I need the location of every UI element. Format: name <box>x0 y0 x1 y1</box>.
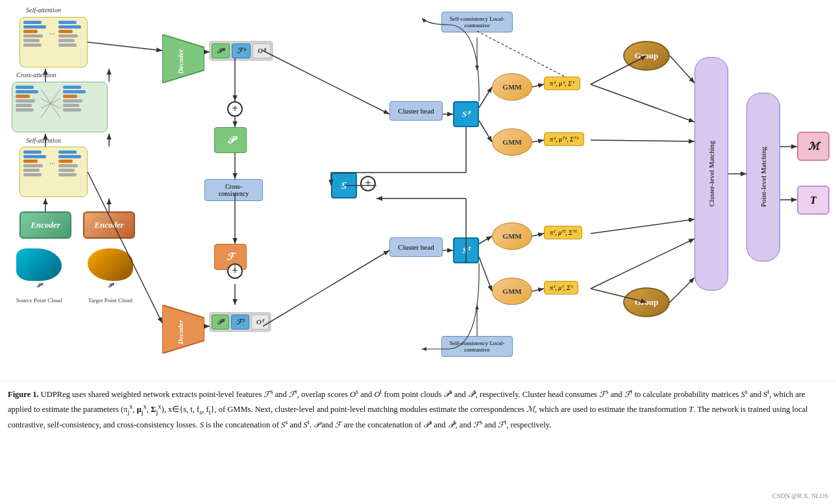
bar <box>63 90 86 93</box>
group-bottom: Group <box>623 287 670 317</box>
bar <box>58 34 78 38</box>
gmm-4: GMM <box>492 278 532 305</box>
cluster-matching-box: Cluster-level Matching <box>695 57 728 291</box>
self-attention-top-label: Self-attention <box>26 6 61 14</box>
svg-line-47 <box>670 56 695 83</box>
cross-attention-block <box>12 82 108 132</box>
encoder-s-box: Encoder <box>19 211 71 239</box>
svg-line-36 <box>532 234 544 236</box>
cluster-head-bottom: Cluster head <box>389 237 443 257</box>
bar <box>58 43 77 47</box>
svg-text:Decoder: Decoder <box>177 319 184 345</box>
bar <box>23 150 42 154</box>
main-container: Self-attention ··· <box>0 0 836 504</box>
bar <box>16 86 34 89</box>
bar <box>58 150 77 154</box>
bar <box>23 34 43 38</box>
bar <box>16 90 38 93</box>
right-bars <box>63 86 86 121</box>
figure-number: Figure 1. <box>8 390 39 399</box>
svg-line-37 <box>532 289 544 291</box>
bar <box>23 173 42 176</box>
bar <box>23 155 46 158</box>
caption-text: UDPReg uses shared weighted network extr… <box>8 390 808 429</box>
param-box-2: πˢ, μᶠˢ, Σᶠˢ <box>544 132 584 146</box>
source-cloud-label: Source Point Cloud <box>6 297 71 304</box>
self-consistency-bottom: Self-consistency Local-contrastive <box>441 336 513 357</box>
decoder-bottom-shape: Decoder <box>162 305 204 354</box>
self-attention-bottom-block: ··· <box>19 147 88 197</box>
svg-line-31 <box>532 140 544 142</box>
bar <box>63 108 81 112</box>
bar <box>23 25 46 29</box>
bar <box>58 173 77 176</box>
decoder-top-shape: Decoder <box>162 34 204 83</box>
bar <box>63 86 81 89</box>
source-pointcloud: 𝒫ˢ <box>10 248 68 297</box>
bar <box>23 21 42 24</box>
bar <box>16 108 34 112</box>
cluster-head-top: Cluster head <box>389 101 443 121</box>
feat-bars-right-bot <box>58 150 81 176</box>
svg-line-30 <box>532 84 544 87</box>
plus-middle: + <box>360 176 376 191</box>
svg-line-41 <box>591 140 695 141</box>
ps-label: 𝒫ˢ <box>36 282 42 289</box>
bar <box>58 30 73 33</box>
feat-bars-right <box>58 21 81 47</box>
param-box-1: πˢ, μˢ, Σˢ <box>544 77 580 90</box>
bar <box>63 99 82 102</box>
dots-bot: ··· <box>49 150 55 176</box>
bar <box>58 164 78 167</box>
target-cloud-label: Target Point Cloud <box>78 297 143 304</box>
bar <box>23 30 38 33</box>
param-box-3: πᵗ, μᶠᵗ, Σᶠᵗ <box>544 226 582 239</box>
param-box-4: πᵗ, μᵗ, Σᵗ <box>544 281 578 294</box>
gmm-1: GMM <box>492 73 532 101</box>
svg-line-16 <box>88 42 162 51</box>
cross-lines-svg <box>41 86 60 121</box>
feat-bars-left-bot <box>23 150 46 176</box>
cross-attention-label: Cross-attention <box>16 71 56 78</box>
svg-line-32 <box>263 250 389 326</box>
bar <box>58 25 81 29</box>
feat-row: ··· <box>23 21 84 47</box>
self-consistency-top: Self-consistency Local-contrastive <box>441 12 513 32</box>
cluster-matching-label: Cluster-level Matching <box>707 141 715 207</box>
ft-box: ℱᵗ <box>231 315 249 330</box>
watermark: CSDN @R.X. NLOS <box>772 491 828 501</box>
os-box: Oˢ <box>252 43 271 58</box>
plus-top: + <box>227 101 243 117</box>
ps-box: 𝒫ˢ <box>212 43 230 58</box>
point-matching-box: Point-level Matching <box>746 93 780 261</box>
gmm-2: GMM <box>492 128 532 156</box>
svg-line-39 <box>477 31 565 77</box>
svg-text:Decoder: Decoder <box>177 49 184 75</box>
left-bars <box>16 86 38 121</box>
svg-line-28 <box>479 87 492 108</box>
caption-area: Figure 1. UDPReg uses shared weighted ne… <box>0 381 836 504</box>
bar <box>58 39 75 42</box>
P-box: 𝒫 <box>214 127 247 153</box>
self-attention-top-block: ··· <box>19 17 88 67</box>
bar <box>16 104 32 107</box>
self-attention-bottom-label: Self-attention <box>26 137 61 144</box>
plus-bottom: + <box>227 263 243 279</box>
encoder-t-box: Encoder <box>83 211 135 239</box>
T-box: T <box>797 186 830 215</box>
bar <box>63 95 77 98</box>
svg-line-42 <box>591 219 695 234</box>
bar <box>58 169 75 172</box>
bar <box>23 169 40 172</box>
bar <box>23 160 38 163</box>
feat-row-bot: ··· <box>23 150 84 176</box>
S-t-box: Sᵗ <box>453 237 479 263</box>
svg-line-34 <box>479 236 492 244</box>
feature-group-bottom: 𝒫ᵗ ℱᵗ Oᵗ <box>209 312 271 332</box>
gmm-3: GMM <box>492 222 532 250</box>
S-s-box: Sˢ <box>453 101 479 127</box>
pt-feat-box: 𝒫ᵗ <box>212 315 229 330</box>
group-top: Group <box>623 41 670 71</box>
feat-bars-left <box>23 21 46 47</box>
dots: ··· <box>49 21 55 47</box>
